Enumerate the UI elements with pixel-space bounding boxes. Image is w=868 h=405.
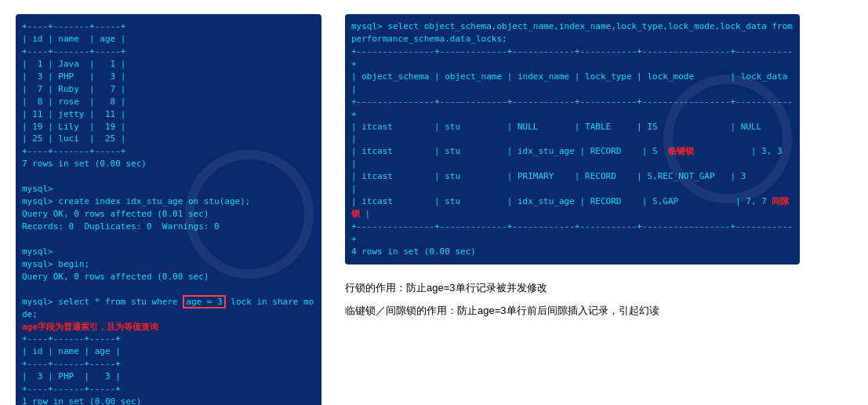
client-a-terminal: +----+-------+-----+ | id | name | age |… xyxy=(16,14,321,405)
annotation-item: 行锁的作用：防止age=3单行记录被并发修改 xyxy=(345,279,659,297)
client-b-pre: mysql> select object_schema,object_name,… xyxy=(351,20,794,258)
client-a-lines: +----+-------+-----+ | id | name | age |… xyxy=(22,20,315,405)
annotation-item: 临键锁／间隙锁的作用：防止age=3单行前后间隙插入记录，引起幻读 xyxy=(345,301,659,319)
client-a-section: +----+-------+-----+ | id | name | age |… xyxy=(16,8,321,405)
client-b-section: mysql> select object_schema,object_name,… xyxy=(345,8,852,320)
client-b-annotations: 行锁的作用：防止age=3单行记录被并发修改临键锁／间隙锁的作用：防止age=3… xyxy=(345,274,659,320)
client-b-terminal: mysql> select object_schema,object_name,… xyxy=(345,14,800,265)
